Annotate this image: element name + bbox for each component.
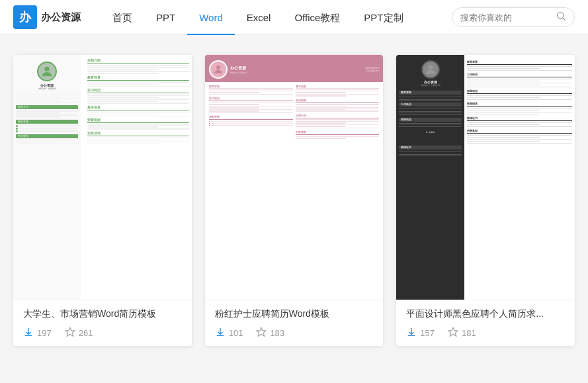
nav-ppt-custom[interactable]: PPT定制 bbox=[352, 0, 415, 35]
card-2-footer: 粉红护士应聘简历Word模板 101 183 bbox=[205, 300, 384, 346]
download-icon-2 bbox=[215, 327, 226, 339]
svg-marker-7 bbox=[448, 327, 457, 336]
card-2-star-count: 183 bbox=[270, 328, 284, 338]
svg-line-1 bbox=[563, 18, 566, 21]
card-1-star-count: 261 bbox=[79, 328, 93, 338]
resume-mock-1: 办公资源 求职意向：标题简历 联系方式 技能掌握 bbox=[13, 55, 192, 300]
card-2-downloads: 101 bbox=[215, 327, 243, 339]
download-icon-3 bbox=[406, 327, 417, 339]
card-1[interactable]: 办公资源 求职意向：标题简历 联系方式 技能掌握 bbox=[13, 55, 192, 346]
content-area: 办公资源 求职意向：标题简历 联系方式 技能掌握 bbox=[0, 35, 588, 366]
card-3-stars: 181 bbox=[448, 327, 476, 339]
card-1-stats: 197 261 bbox=[23, 327, 182, 339]
card-2-download-count: 101 bbox=[229, 328, 243, 338]
nav-ppt[interactable]: PPT bbox=[144, 0, 187, 35]
logo-icon: 办 bbox=[13, 5, 37, 29]
card-2-stats: 101 183 bbox=[215, 327, 374, 339]
svg-point-4 bbox=[216, 65, 220, 69]
search-box bbox=[452, 7, 575, 27]
nav-excel[interactable]: Excel bbox=[235, 0, 283, 35]
download-icon bbox=[23, 327, 34, 339]
svg-marker-5 bbox=[257, 327, 266, 336]
card-3-footer: 平面设计师黑色应聘个人简历求... 157 181 bbox=[396, 300, 575, 346]
card-3-preview: 办公资源 求职意向：平面设计师 教育背景 工作经历 权限动态 ▶ 联系我 bbox=[396, 55, 575, 300]
resume-mock-2: 办公资源 护理专业 / 应聘护士 18600000000 office@qq.c… bbox=[205, 55, 384, 300]
card-3-stats: 157 181 bbox=[406, 327, 565, 339]
svg-point-2 bbox=[45, 67, 50, 71]
card-3[interactable]: 办公资源 求职意向：平面设计师 教育背景 工作经历 权限动态 ▶ 联系我 bbox=[396, 55, 575, 346]
header: 办 办公资源 首页 PPT Word Excel Office教程 PPT定制 bbox=[0, 0, 588, 35]
nav-home[interactable]: 首页 bbox=[101, 0, 144, 35]
star-icon-3 bbox=[448, 327, 458, 339]
main-nav: 首页 PPT Word Excel Office教程 PPT定制 bbox=[101, 0, 415, 35]
nav-word[interactable]: Word bbox=[187, 0, 235, 35]
card-3-star-count: 181 bbox=[462, 328, 476, 338]
search-input[interactable] bbox=[460, 13, 553, 22]
card-2-preview: 办公资源 护理专业 / 应聘护士 18600000000 office@qq.c… bbox=[205, 55, 384, 300]
svg-point-6 bbox=[428, 65, 433, 69]
svg-marker-3 bbox=[65, 327, 74, 336]
logo[interactable]: 办 办公资源 bbox=[13, 5, 81, 29]
card-1-footer: 大学生、市场营销Word简历模板 197 261 bbox=[13, 300, 192, 346]
card-1-download-count: 197 bbox=[37, 328, 52, 338]
card-2[interactable]: 办公资源 护理专业 / 应聘护士 18600000000 office@qq.c… bbox=[205, 55, 384, 346]
star-icon-2 bbox=[256, 327, 267, 339]
search-icon bbox=[556, 11, 566, 21]
card-1-downloads: 197 bbox=[23, 327, 52, 339]
card-3-download-count: 157 bbox=[420, 328, 435, 338]
card-3-title: 平面设计师黑色应聘个人简历求... bbox=[406, 308, 565, 320]
card-2-stars: 183 bbox=[256, 327, 284, 339]
logo-text: 办公资源 bbox=[41, 11, 81, 24]
star-icon bbox=[65, 327, 75, 339]
resume-mock-3: 办公资源 求职意向：平面设计师 教育背景 工作经历 权限动态 ▶ 联系我 bbox=[396, 55, 575, 300]
card-1-preview: 办公资源 求职意向：标题简历 联系方式 技能掌握 bbox=[13, 55, 192, 300]
card-3-downloads: 157 bbox=[406, 327, 435, 339]
card-1-stars: 261 bbox=[65, 327, 93, 339]
nav-office[interactable]: Office教程 bbox=[282, 0, 352, 35]
card-1-title: 大学生、市场营销Word简历模板 bbox=[23, 308, 182, 320]
svg-point-0 bbox=[558, 13, 564, 19]
search-button[interactable] bbox=[556, 11, 566, 24]
card-2-title: 粉红护士应聘简历Word模板 bbox=[215, 308, 374, 320]
